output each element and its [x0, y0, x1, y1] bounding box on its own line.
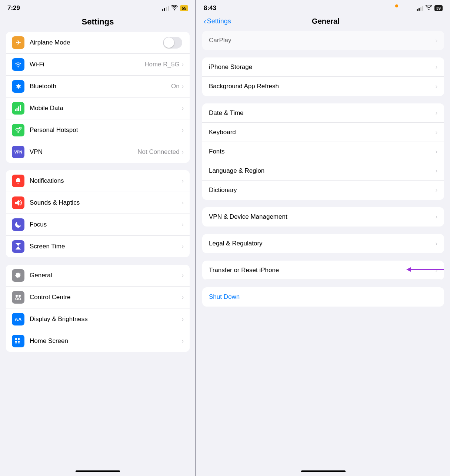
svg-rect-2 — [18, 106, 19, 111]
general-item[interactable]: General › — [6, 265, 190, 287]
hotspot-icon-wrap — [12, 124, 24, 136]
right-signal-icon — [417, 6, 423, 11]
svg-point-4 — [17, 131, 19, 133]
settings-back-button[interactable]: ‹ Settings — [204, 17, 231, 26]
keyboard-label: Keyboard — [209, 129, 436, 136]
wifi-settings-icon — [14, 62, 22, 67]
bell-icon — [14, 177, 22, 185]
dictionary-label: Dictionary — [209, 186, 436, 194]
svg-rect-10 — [16, 249, 21, 250]
orange-dot — [395, 4, 398, 7]
display-chevron: › — [182, 316, 184, 323]
svg-rect-3 — [20, 105, 21, 111]
bluetooth-chevron: › — [182, 83, 184, 90]
svg-rect-20 — [15, 343, 17, 344]
hourglass-icon — [14, 242, 22, 251]
date-time-item[interactable]: Date & Time › — [202, 103, 444, 123]
carplay-label: CarPlay — [209, 37, 436, 44]
dictionary-chevron: › — [436, 187, 437, 194]
vpn-device-mgmt-label: VPN & Device Management — [209, 213, 436, 221]
language-region-label: Language & Region — [209, 167, 436, 175]
mobile-data-item[interactable]: Mobile Data › — [6, 97, 190, 119]
vpn-device-mgmt-item[interactable]: VPN & Device Management › — [202, 207, 444, 227]
date-time-label: Date & Time — [209, 109, 436, 117]
signal-icon — [162, 6, 169, 11]
legal-group: Legal & Regulatory › — [202, 234, 444, 253]
keyboard-item[interactable]: Keyboard › — [202, 123, 444, 142]
carplay-item[interactable]: CarPlay › — [202, 31, 444, 50]
svg-rect-0 — [15, 109, 16, 111]
focus-chevron: › — [182, 221, 184, 228]
vpn-value: Not Connected — [137, 148, 179, 156]
svg-point-12 — [16, 295, 18, 297]
language-region-item[interactable]: Language & Region › — [202, 161, 444, 181]
notifications-icon-wrap — [12, 175, 24, 187]
right-nav-bar: ‹ Settings General — [196, 15, 450, 31]
vpn-item[interactable]: VPN VPN Not Connected › — [6, 141, 190, 163]
fonts-chevron: › — [436, 148, 437, 155]
transfer-reset-item[interactable]: Transfer or Reset iPhone › — [202, 261, 444, 280]
iphone-storage-chevron: › — [436, 64, 437, 70]
right-status-icons: 39 — [417, 5, 443, 11]
display-item[interactable]: AA Display & Brightness › — [6, 308, 190, 330]
control-centre-chevron: › — [182, 294, 184, 301]
shutdown-label: Shut Down — [209, 293, 437, 301]
right-time: 8:43 — [204, 4, 216, 12]
svg-rect-7 — [17, 184, 19, 184]
svg-rect-17 — [18, 338, 20, 340]
sounds-item[interactable]: Sounds & Haptics › — [6, 192, 190, 214]
background-refresh-item[interactable]: Background App Refresh › — [202, 77, 444, 96]
reset-group: Transfer or Reset iPhone › — [202, 261, 444, 280]
airplane-mode-toggle[interactable] — [163, 37, 182, 49]
airplane-mode-icon-wrap: ✈ — [12, 36, 24, 49]
control-centre-icon — [14, 294, 22, 301]
back-chevron-icon: ‹ — [204, 17, 206, 26]
iphone-storage-label: iPhone Storage — [209, 63, 436, 71]
notifications-item[interactable]: Notifications › — [6, 170, 190, 192]
back-label: Settings — [207, 17, 231, 25]
hotspot-icon — [14, 127, 22, 133]
general-label: General — [30, 272, 182, 279]
wifi-chevron: › — [182, 61, 184, 68]
iphone-storage-item[interactable]: iPhone Storage › — [202, 57, 444, 77]
background-refresh-chevron: › — [436, 83, 437, 90]
right-battery: 39 — [434, 5, 443, 11]
fonts-item[interactable]: Fonts › — [202, 142, 444, 161]
left-panel: 7:29 55 Settings — [0, 0, 196, 476]
svg-rect-9 — [16, 243, 21, 244]
personal-hotspot-item[interactable]: Personal Hotspot › — [6, 119, 190, 141]
svg-point-15 — [19, 298, 21, 300]
control-centre-icon-wrap — [12, 291, 24, 304]
wifi-label: Wi-Fi — [30, 61, 144, 68]
dictionary-item[interactable]: Dictionary › — [202, 181, 444, 200]
language-region-chevron: › — [436, 168, 437, 174]
wifi-value: Home R_5G — [144, 61, 179, 68]
control-centre-item[interactable]: Control Centre › — [6, 287, 190, 308]
svg-rect-19 — [18, 341, 20, 343]
bluetooth-item[interactable]: ✱ Bluetooth On › — [6, 76, 190, 97]
shutdown-item[interactable]: Shut Down — [202, 287, 444, 307]
svg-marker-8 — [15, 200, 19, 206]
shutdown-group: Shut Down — [202, 287, 444, 307]
home-screen-item[interactable]: Home Screen › — [6, 330, 190, 352]
right-panel: 8:43 39 ‹ Settings — [196, 0, 450, 476]
legal-regulatory-item[interactable]: Legal & Regulatory › — [202, 234, 444, 253]
airplane-mode-item[interactable]: ✈ Airplane Mode — [6, 32, 190, 54]
legal-regulatory-label: Legal & Regulatory — [209, 240, 436, 247]
sounds-chevron: › — [182, 199, 184, 206]
svg-rect-21 — [18, 343, 20, 344]
screen-time-item[interactable]: Screen Time › — [6, 236, 190, 257]
svg-rect-1 — [17, 108, 18, 111]
gear-icon — [14, 272, 22, 279]
left-home-indicator — [76, 470, 120, 472]
wifi-item[interactable]: Wi-Fi Home R_5G › — [6, 54, 190, 76]
left-battery: 55 — [180, 5, 188, 11]
vpn-device-mgmt-chevron: › — [436, 214, 437, 220]
carplay-chevron: › — [436, 37, 437, 44]
mobile-data-chevron: › — [182, 105, 184, 112]
focus-item[interactable]: Focus › — [6, 214, 190, 236]
home-screen-label: Home Screen — [30, 337, 182, 345]
right-settings-list: CarPlay › iPhone Storage › Background Ap… — [196, 31, 450, 467]
connectivity-group: ✈ Airplane Mode Wi-Fi Home R_5G — [6, 32, 190, 163]
left-status-bar: 7:29 55 — [0, 0, 196, 15]
